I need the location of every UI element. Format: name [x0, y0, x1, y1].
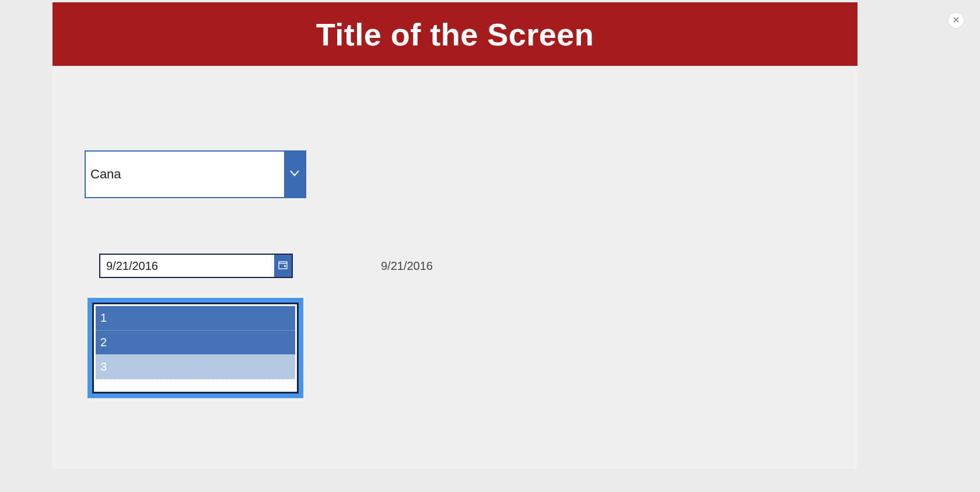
app-panel: Title of the Screen Cana 9/21/2016 — [52, 2, 858, 469]
listbox-inner: 1 2 3 — [92, 303, 299, 393]
chevron-down-icon — [289, 167, 300, 181]
page-title: Title of the Screen — [316, 16, 594, 52]
close-button[interactable] — [949, 13, 964, 28]
date-label-text: 9/21/2016 — [381, 259, 433, 273]
svg-rect-2 — [284, 265, 286, 267]
date-picker[interactable]: 9/21/2016 — [99, 254, 293, 278]
listbox-item[interactable]: 1 — [96, 306, 295, 330]
date-picker-button[interactable] — [274, 255, 292, 277]
header-bar: Title of the Screen — [52, 2, 858, 66]
number-listbox[interactable]: 1 2 3 — [88, 298, 303, 398]
combobox-dropdown-button[interactable] — [284, 152, 305, 197]
close-icon — [953, 15, 960, 26]
combobox-value[interactable]: Cana — [86, 152, 284, 197]
country-combobox[interactable]: Cana — [85, 150, 306, 198]
listbox-item[interactable]: 3 — [96, 354, 295, 379]
listbox-spacer — [96, 379, 295, 390]
listbox-item[interactable]: 2 — [96, 330, 295, 354]
calendar-icon — [278, 260, 288, 272]
date-picker-value[interactable]: 9/21/2016 — [100, 255, 274, 277]
